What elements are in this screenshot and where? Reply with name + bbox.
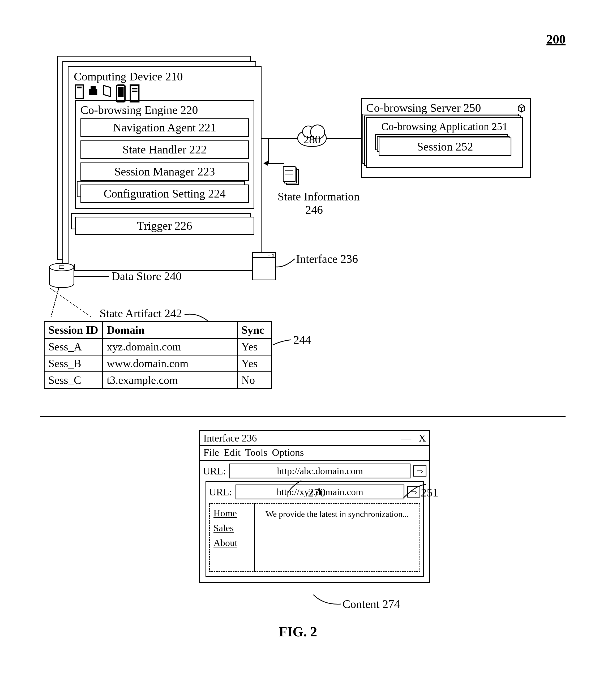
interface-label: Interface 236 [296,252,358,266]
state-artifact-table: Session ID Domain Sync Sess_A xyz.domain… [44,321,272,389]
config-setting: Configuration Setting 224 [81,184,249,203]
menu-edit[interactable]: Edit [224,447,240,458]
callout-270: 270 [308,486,325,499]
server-cube-icon [517,103,526,112]
window-title: Interface 236 [204,432,257,444]
close-button[interactable]: X [419,433,426,444]
url-field-outer[interactable]: http://abc.domain.com [229,463,410,479]
figure-caption: FIG. 2 [279,624,317,640]
callout-244: 244 [294,333,311,347]
engine-box: Co-browsing Engine 220 Navigation Agent … [75,100,254,209]
content-label: Content 274 [343,597,400,611]
callout-251: 251 [421,486,438,499]
col-sync: Sync [237,322,272,338]
computing-device-box: Computing Device 210 Co-browsing Engine … [68,66,262,271]
tablet-icon [101,84,113,98]
state-handler: State Handler 222 [81,140,249,159]
section-divider [40,416,566,417]
state-info-label-2: 246 [305,203,323,217]
interface-mini-window: –x [252,252,276,280]
content-dashed-panel: Home Sales About We provide the latest i… [209,503,420,572]
data-store-icon [49,263,74,288]
url-label-outer: URL: [203,465,227,477]
diagram-canvas: 200 Computing Device 210 Co-br [40,32,576,642]
cloud-to-server-line [326,138,361,139]
printer-icon [88,84,99,98]
go-button-inner[interactable]: ⇨ [407,486,420,498]
phone-icon [115,84,126,98]
minimize-button[interactable]: — [401,433,411,444]
table-row: Sess_B www.domain.com Yes [44,355,272,372]
server-session: Session 252 [379,138,512,156]
menu-bar: File Edit Tools Options [200,446,429,461]
nav-agent: Navigation Agent 221 [81,119,249,137]
svg-rect-1 [77,87,82,88]
state-info-label-1: State Information [273,190,364,204]
svg-rect-4 [130,85,139,102]
table-row: Sess_C t3.example.com No [44,372,272,389]
tower-icon [74,84,85,98]
go-button-outer[interactable]: ⇨ [413,465,427,477]
cloud-label: 280 [303,133,321,146]
figure-number: 200 [546,32,566,46]
device-to-cloud-line [262,138,299,139]
svg-rect-3 [118,87,124,97]
state-info-docs-icon [283,166,299,185]
interface-window: Interface 236 — X File Edit Tools Option… [199,430,430,583]
url-label-inner: URL: [209,486,233,498]
menu-tools[interactable]: Tools [245,447,267,458]
server-box: Co-browsing Server 250 Co-browsing Appli… [361,98,531,178]
col-session-id: Session ID [44,322,103,338]
content-body-text: We provide the latest in synchronization… [255,504,420,571]
computing-device-title: Computing Device 210 [69,67,261,83]
nav-sales[interactable]: Sales [214,523,250,534]
trigger: Trigger 226 [75,217,254,235]
col-domain: Domain [103,322,237,338]
table-row: Sess_A xyz.domain.com Yes [44,338,272,355]
session-manager: Session Manager 223 [81,163,249,181]
nav-home[interactable]: Home [214,508,250,519]
pda-icon [129,84,140,98]
server-title: Co-browsing Server 250 [366,101,481,115]
engine-title: Co-browsing Engine 220 [81,103,249,119]
nav-about[interactable]: About [214,537,250,548]
menu-file[interactable]: File [204,447,219,458]
data-store-label: Data Store 240 [112,269,182,283]
server-app: Co-browsing Application 251 [371,120,518,133]
menu-options[interactable]: Options [272,447,304,458]
state-artifact-label: State Artifact 242 [99,307,182,320]
device-icons [69,83,261,100]
